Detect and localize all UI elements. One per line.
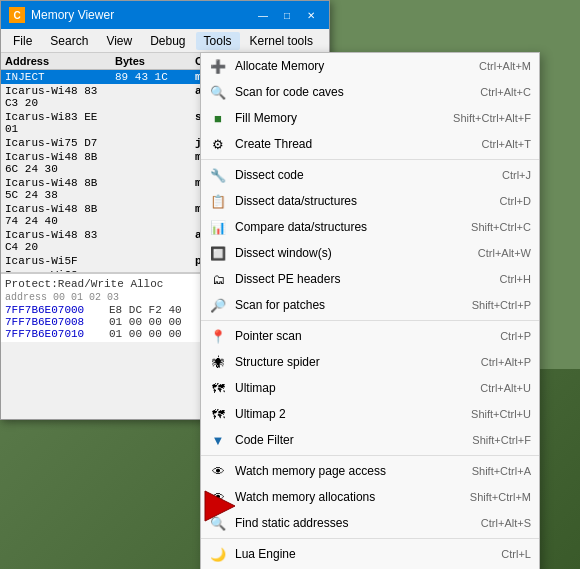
menu-item-dissect-window[interactable]: 🔲 Dissect window(s) Ctrl+Alt+W (201, 240, 539, 266)
cell-address: Icarus-Wi5F (5, 255, 115, 267)
scan-patches-label: Scan for patches (235, 298, 464, 312)
dissect-code-icon: 🔧 (209, 166, 227, 184)
lua-engine-shortcut: Ctrl+L (501, 548, 531, 560)
code-filter-shortcut: Shift+Ctrl+F (472, 434, 531, 446)
hex-bytes: 01 00 00 00 (109, 316, 182, 328)
menu-item-lua-engine[interactable]: 🌙 Lua Engine Ctrl+L (201, 541, 539, 567)
menu-item-ultimap[interactable]: 🗺 Ultimap Ctrl+Alt+U (201, 375, 539, 401)
window-title: Memory Viewer (31, 8, 114, 22)
dissect-window-icon: 🔲 (209, 244, 227, 262)
menu-item-fill-memory[interactable]: ■ Fill Memory Shift+Ctrl+Alt+F (201, 105, 539, 131)
menu-search[interactable]: Search (42, 32, 96, 50)
app-icon: C (9, 7, 25, 23)
menu-item-ultimap2[interactable]: 🗺 Ultimap 2 Shift+Ctrl+U (201, 401, 539, 427)
allocate-memory-shortcut: Ctrl+Alt+M (479, 60, 531, 72)
dissect-pe-icon: 🗂 (209, 270, 227, 288)
dissect-window-label: Dissect window(s) (235, 246, 470, 260)
cell-bytes (115, 177, 195, 201)
pointer-scan-icon: 📍 (209, 327, 227, 345)
allocate-memory-icon: ➕ (209, 57, 227, 75)
compare-data-shortcut: Shift+Ctrl+C (471, 221, 531, 233)
menu-item-find-static[interactable]: 🔍 Find static addresses Ctrl+Alt+S (201, 510, 539, 536)
dissect-data-icon: 📋 (209, 192, 227, 210)
col-header-address: Address (5, 55, 115, 67)
menu-item-scan-patches[interactable]: 🔎 Scan for patches Shift+Ctrl+P (201, 292, 539, 318)
menu-bar: File Search View Debug Tools Kernel tool… (1, 29, 329, 53)
pointer-scan-label: Pointer scan (235, 329, 492, 343)
menu-item-allocate-memory[interactable]: ➕ Allocate Memory Ctrl+Alt+M (201, 53, 539, 79)
dissect-window-shortcut: Ctrl+Alt+W (478, 247, 531, 259)
cell-address: Icarus-Wi48 8B 74 24 40 (5, 203, 115, 227)
compare-data-label: Compare data/structures (235, 220, 463, 234)
menu-item-scan-code-caves[interactable]: 🔍 Scan for code caves Ctrl+Alt+C (201, 79, 539, 105)
menu-kernel-tools[interactable]: Kernel tools (242, 32, 321, 50)
dissect-pe-label: Dissect PE headers (235, 272, 492, 286)
pointer-scan-shortcut: Ctrl+P (500, 330, 531, 342)
menu-item-create-thread[interactable]: ⚙ Create Thread Ctrl+Alt+T (201, 131, 539, 157)
scan-patches-shortcut: Shift+Ctrl+P (472, 299, 531, 311)
menu-debug[interactable]: Debug (142, 32, 193, 50)
separator (201, 159, 539, 160)
menu-item-code-filter[interactable]: ▼ Code Filter Shift+Ctrl+F (201, 427, 539, 453)
maximize-button[interactable]: □ (277, 7, 297, 23)
fill-memory-shortcut: Shift+Ctrl+Alt+F (453, 112, 531, 124)
cell-bytes (115, 229, 195, 253)
menu-item-dissect-data[interactable]: 📋 Dissect data/structures Ctrl+D (201, 188, 539, 214)
cell-address: Icarus-Wi48 8B 5C 24 38 (5, 177, 115, 201)
menu-item-pointer-scan[interactable]: 📍 Pointer scan Ctrl+P (201, 323, 539, 349)
ultimap2-icon: 🗺 (209, 405, 227, 423)
scan-patches-icon: 🔎 (209, 296, 227, 314)
create-thread-icon: ⚙ (209, 135, 227, 153)
fill-memory-label: Fill Memory (235, 111, 445, 125)
watch-allocations-label: Watch memory allocations (235, 490, 462, 504)
create-thread-shortcut: Ctrl+Alt+T (481, 138, 531, 150)
lua-engine-label: Lua Engine (235, 547, 493, 561)
dissect-code-label: Dissect code (235, 168, 494, 182)
dissect-data-label: Dissect data/structures (235, 194, 492, 208)
code-filter-label: Code Filter (235, 433, 464, 447)
menu-item-watch-page-access[interactable]: 👁 Watch memory page access Shift+Ctrl+A (201, 458, 539, 484)
menu-item-structure-spider[interactable]: 🕷 Structure spider Ctrl+Alt+P (201, 349, 539, 375)
structure-spider-icon: 🕷 (209, 353, 227, 371)
minimize-button[interactable]: — (253, 7, 273, 23)
hex-bytes: 01 00 00 00 (109, 328, 182, 340)
cell-address: INJECT (5, 71, 115, 83)
cell-address: Icarus-Wi83 EE 01 (5, 111, 115, 135)
scan-code-caves-icon: 🔍 (209, 83, 227, 101)
hex-bytes: E8 DC F2 40 (109, 304, 182, 316)
menu-item-watch-allocations[interactable]: 👁 Watch memory allocations Shift+Ctrl+M (201, 484, 539, 510)
cell-bytes (115, 255, 195, 267)
ultimap-shortcut: Ctrl+Alt+U (480, 382, 531, 394)
watch-page-access-icon: 👁 (209, 462, 227, 480)
close-button[interactable]: ✕ (301, 7, 321, 23)
title-buttons: — □ ✕ (253, 7, 321, 23)
hex-address: 7FF7B6E07008 (5, 316, 105, 328)
scan-code-caves-label: Scan for code caves (235, 85, 472, 99)
cell-address: Icarus-Wi75 D7 (5, 137, 115, 149)
menu-tools[interactable]: Tools (196, 32, 240, 50)
compare-data-icon: 📊 (209, 218, 227, 236)
title-bar: C Memory Viewer — □ ✕ (1, 1, 329, 29)
fill-memory-icon: ■ (209, 109, 227, 127)
arrow-indicator (195, 486, 245, 529)
ultimap-label: Ultimap (235, 381, 472, 395)
col-header-bytes: Bytes (115, 55, 195, 67)
menu-item-dissect-pe[interactable]: 🗂 Dissect PE headers Ctrl+H (201, 266, 539, 292)
menu-item-compare-data[interactable]: 📊 Compare data/structures Shift+Ctrl+C (201, 214, 539, 240)
menu-view[interactable]: View (98, 32, 140, 50)
ultimap2-shortcut: Shift+Ctrl+U (471, 408, 531, 420)
cell-bytes (115, 137, 195, 149)
svg-marker-0 (205, 491, 235, 521)
cell-bytes: 89 43 1C (115, 71, 195, 83)
separator (201, 320, 539, 321)
structure-spider-shortcut: Ctrl+Alt+P (481, 356, 531, 368)
hex-address: 7FF7B6E07010 (5, 328, 105, 340)
menu-file[interactable]: File (5, 32, 40, 50)
find-static-shortcut: Ctrl+Alt+S (481, 517, 531, 529)
create-thread-label: Create Thread (235, 137, 473, 151)
menu-item-dissect-code[interactable]: 🔧 Dissect code Ctrl+J (201, 162, 539, 188)
separator (201, 538, 539, 539)
cell-bytes (115, 203, 195, 227)
cell-address: Icarus-Wi48 8B 6C 24 30 (5, 151, 115, 175)
watch-allocations-shortcut: Shift+Ctrl+M (470, 491, 531, 503)
